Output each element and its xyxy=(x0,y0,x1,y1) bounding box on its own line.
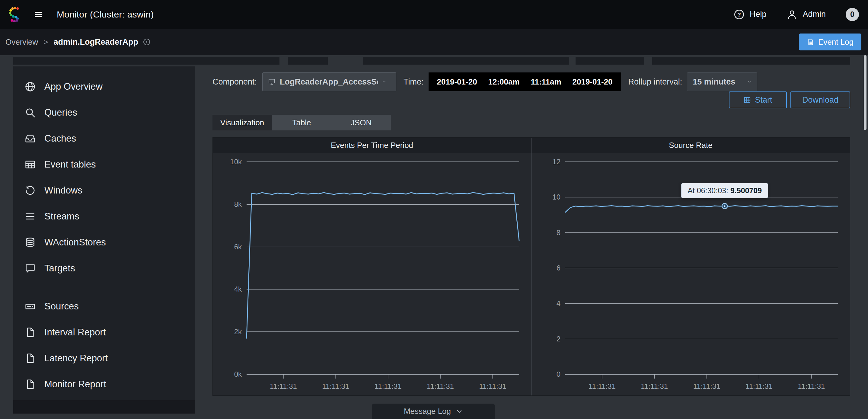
streams-icon xyxy=(25,211,36,222)
source-rate-chart-canvas[interactable]: 12108642011:11:3111:11:3111:11:3111:11:3… xyxy=(531,153,850,395)
monitor-app: Monitor (Cluster: aswin) ? Help Admin 0 … xyxy=(0,0,868,419)
sidebar-item-label: WActionStores xyxy=(44,237,106,248)
svg-text:11:11:31: 11:11:31 xyxy=(641,382,668,390)
sidebar-item-label: Targets xyxy=(44,263,75,274)
time-start-time: 12:00am xyxy=(488,77,519,87)
svg-text:0: 0 xyxy=(557,370,560,378)
breadcrumb-separator: > xyxy=(43,37,48,47)
sidebar-item-label: Caches xyxy=(44,133,76,144)
svg-text:11:11:31: 11:11:31 xyxy=(798,382,825,390)
file-icon xyxy=(25,353,36,364)
svg-text:?: ? xyxy=(737,11,741,18)
chart-title: Events Per Time Period xyxy=(213,138,531,153)
sidebar-item-wactionstores[interactable]: WActionStores xyxy=(13,230,195,256)
svg-text:4k: 4k xyxy=(234,285,242,293)
tab-json[interactable]: JSON xyxy=(331,115,391,130)
svg-text:11:11:31: 11:11:31 xyxy=(589,382,616,390)
svg-text:0k: 0k xyxy=(234,370,242,378)
top-bar: Monitor (Cluster: aswin) ? Help Admin 0 xyxy=(0,0,868,29)
history-icon xyxy=(25,185,36,196)
hamburger-menu-icon[interactable] xyxy=(31,7,45,22)
grid-table-icon xyxy=(743,96,751,104)
sidebar-item-sources[interactable]: Sources xyxy=(13,293,195,319)
sidebar-item-label: Event tables xyxy=(44,159,96,170)
sidebar-item-streams[interactable]: Streams xyxy=(13,204,195,230)
speech-bubble-icon xyxy=(25,263,36,274)
action-buttons: Start Download xyxy=(729,91,850,108)
rollup-interval-select[interactable]: 15 minutes xyxy=(687,72,757,91)
svg-text:2: 2 xyxy=(557,335,560,343)
sidebar-item-label: Sources xyxy=(44,301,79,312)
svg-text:8: 8 xyxy=(557,229,560,237)
component-label: Component: xyxy=(213,77,257,87)
chart-panel-events: Events Per Time Period 10k8k6k4k2k0k11:1… xyxy=(213,138,531,395)
svg-text:2k: 2k xyxy=(234,328,242,336)
sidebar-item-latency-report[interactable]: Latency Report xyxy=(13,345,195,371)
time-range-picker[interactable]: 2019-01-20 12:00am 11:11am 2019-01-20 xyxy=(429,72,621,91)
tab-visualization[interactable]: Visualization xyxy=(213,115,272,130)
drive-icon xyxy=(25,301,36,312)
sidebar-item-app-overview[interactable]: App Overview xyxy=(13,74,195,100)
monitor-icon xyxy=(268,77,276,86)
help-label: Help xyxy=(750,10,767,19)
chart-panel-source-rate: Source Rate 12108642011:11:3111:11:3111:… xyxy=(531,138,850,395)
event-log-label: Event Log xyxy=(818,37,854,47)
help-icon: ? xyxy=(734,9,745,20)
admin-menu[interactable]: Admin xyxy=(786,9,826,20)
rollup-interval-label: Rollup interval: xyxy=(628,77,682,87)
sidebar-item-label: Interval Report xyxy=(44,327,105,338)
event-log-button[interactable]: Event Log xyxy=(799,33,861,51)
breadcrumb-bar: Overview > admin.LogReaderApp Event Log xyxy=(0,29,868,55)
svg-text:8k: 8k xyxy=(234,200,242,208)
svg-text:11:11:31: 11:11:31 xyxy=(479,382,506,390)
time-end-time: 11:11am xyxy=(531,77,561,87)
svg-text:12: 12 xyxy=(552,157,560,166)
sidebar-item-caches[interactable]: Caches xyxy=(13,126,195,152)
chevron-down-icon xyxy=(378,77,386,86)
search-icon xyxy=(25,107,36,118)
app-logo-icon[interactable] xyxy=(8,7,23,22)
help-button[interactable]: ? Help xyxy=(734,9,767,20)
admin-label: Admin xyxy=(803,10,826,19)
chevron-down-icon xyxy=(744,78,751,86)
file-icon xyxy=(25,379,36,390)
svg-text:11:11:31: 11:11:31 xyxy=(322,382,349,390)
topbar-actions: ? Help Admin 0 xyxy=(734,8,859,21)
events-chart-canvas[interactable]: 10k8k6k4k2k0k11:11:3111:11:3111:11:3111:… xyxy=(213,153,531,395)
database-icon xyxy=(25,237,36,248)
sidebar-item-label: Queries xyxy=(44,107,77,118)
sidebar-scrolled-edge xyxy=(13,400,195,414)
start-label: Start xyxy=(755,95,772,105)
tooltip-value: 9.500709 xyxy=(731,186,762,195)
component-selected-value: LogReaderApp_AccessSource xyxy=(280,77,378,87)
query-toolbar: Component: LogReaderApp_AccessSource Tim… xyxy=(213,72,850,91)
svg-text:11:11:31: 11:11:31 xyxy=(693,382,720,390)
sidebar-item-interval-report[interactable]: Interval Report xyxy=(13,319,195,345)
globe-icon xyxy=(25,81,36,92)
sidebar-item-queries[interactable]: Queries xyxy=(13,100,195,126)
user-icon xyxy=(786,9,798,20)
sidebar-item-event-tables[interactable]: Event tables xyxy=(13,152,195,178)
app-status-icon xyxy=(143,38,151,46)
chevron-down-icon xyxy=(456,408,463,415)
svg-text:10k: 10k xyxy=(230,157,242,166)
time-start-date: 2019-01-20 xyxy=(437,77,477,87)
sidebar-item-windows[interactable]: Windows xyxy=(13,178,195,204)
sidebar-item-monitor-report[interactable]: Monitor Report xyxy=(13,371,195,397)
component-select[interactable]: LogReaderApp_AccessSource xyxy=(262,72,396,91)
chart-canvas: 10k8k6k4k2k0k11:11:3111:11:3111:11:3111:… xyxy=(213,153,531,395)
breadcrumb-overview-link[interactable]: Overview xyxy=(5,37,38,47)
tab-table[interactable]: Table xyxy=(272,115,331,130)
download-button[interactable]: Download xyxy=(790,91,850,108)
scrollbar-thumb[interactable] xyxy=(864,55,867,130)
sidebar-item-label: Windows xyxy=(44,185,83,196)
time-end-date: 2019-01-20 xyxy=(572,77,613,87)
message-log-toggle[interactable]: Message Log xyxy=(372,403,495,419)
time-label: Time: xyxy=(404,77,424,87)
notification-badge[interactable]: 0 xyxy=(846,8,859,21)
sidebar-item-targets[interactable]: Targets xyxy=(13,256,195,281)
page-title: Monitor (Cluster: aswin) xyxy=(57,9,154,20)
svg-text:11:11:31: 11:11:31 xyxy=(270,382,297,390)
svg-text:6: 6 xyxy=(557,264,560,272)
start-button[interactable]: Start xyxy=(729,91,787,108)
